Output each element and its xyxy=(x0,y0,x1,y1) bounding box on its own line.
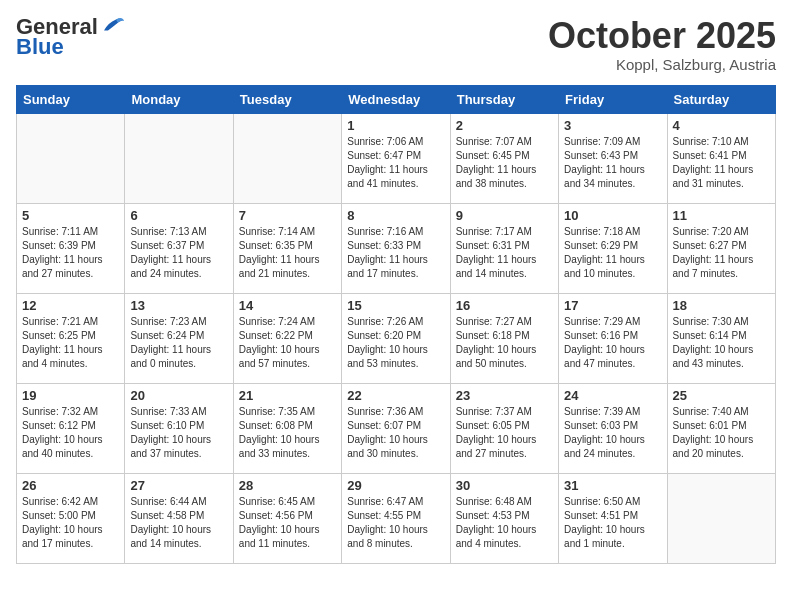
month-title: October 2025 xyxy=(548,16,776,56)
day-info: Sunrise: 7:18 AM Sunset: 6:29 PM Dayligh… xyxy=(564,225,661,281)
day-info: Sunrise: 7:07 AM Sunset: 6:45 PM Dayligh… xyxy=(456,135,553,191)
day-number: 3 xyxy=(564,118,661,133)
calendar-header-row: SundayMondayTuesdayWednesdayThursdayFrid… xyxy=(17,85,776,113)
day-number: 10 xyxy=(564,208,661,223)
day-number: 1 xyxy=(347,118,444,133)
logo-bird-icon xyxy=(100,15,124,35)
column-header-monday: Monday xyxy=(125,85,233,113)
day-number: 27 xyxy=(130,478,227,493)
calendar-cell: 14Sunrise: 7:24 AM Sunset: 6:22 PM Dayli… xyxy=(233,293,341,383)
day-number: 2 xyxy=(456,118,553,133)
location-text: Koppl, Salzburg, Austria xyxy=(548,56,776,73)
day-info: Sunrise: 7:37 AM Sunset: 6:05 PM Dayligh… xyxy=(456,405,553,461)
calendar-cell: 11Sunrise: 7:20 AM Sunset: 6:27 PM Dayli… xyxy=(667,203,775,293)
calendar-cell: 8Sunrise: 7:16 AM Sunset: 6:33 PM Daylig… xyxy=(342,203,450,293)
day-info: Sunrise: 7:27 AM Sunset: 6:18 PM Dayligh… xyxy=(456,315,553,371)
day-info: Sunrise: 7:20 AM Sunset: 6:27 PM Dayligh… xyxy=(673,225,770,281)
day-info: Sunrise: 7:29 AM Sunset: 6:16 PM Dayligh… xyxy=(564,315,661,371)
day-info: Sunrise: 7:10 AM Sunset: 6:41 PM Dayligh… xyxy=(673,135,770,191)
logo-blue-text: Blue xyxy=(16,34,64,60)
day-number: 6 xyxy=(130,208,227,223)
column-header-thursday: Thursday xyxy=(450,85,558,113)
calendar-cell: 21Sunrise: 7:35 AM Sunset: 6:08 PM Dayli… xyxy=(233,383,341,473)
day-info: Sunrise: 6:45 AM Sunset: 4:56 PM Dayligh… xyxy=(239,495,336,551)
day-number: 19 xyxy=(22,388,119,403)
day-number: 20 xyxy=(130,388,227,403)
day-number: 24 xyxy=(564,388,661,403)
day-number: 23 xyxy=(456,388,553,403)
day-number: 29 xyxy=(347,478,444,493)
calendar-cell: 30Sunrise: 6:48 AM Sunset: 4:53 PM Dayli… xyxy=(450,473,558,563)
calendar-cell: 4Sunrise: 7:10 AM Sunset: 6:41 PM Daylig… xyxy=(667,113,775,203)
day-number: 7 xyxy=(239,208,336,223)
day-number: 4 xyxy=(673,118,770,133)
calendar-cell: 28Sunrise: 6:45 AM Sunset: 4:56 PM Dayli… xyxy=(233,473,341,563)
day-number: 31 xyxy=(564,478,661,493)
day-info: Sunrise: 7:32 AM Sunset: 6:12 PM Dayligh… xyxy=(22,405,119,461)
column-header-tuesday: Tuesday xyxy=(233,85,341,113)
day-info: Sunrise: 7:36 AM Sunset: 6:07 PM Dayligh… xyxy=(347,405,444,461)
column-header-friday: Friday xyxy=(559,85,667,113)
day-info: Sunrise: 7:11 AM Sunset: 6:39 PM Dayligh… xyxy=(22,225,119,281)
day-info: Sunrise: 7:24 AM Sunset: 6:22 PM Dayligh… xyxy=(239,315,336,371)
day-number: 30 xyxy=(456,478,553,493)
day-number: 11 xyxy=(673,208,770,223)
calendar-cell: 3Sunrise: 7:09 AM Sunset: 6:43 PM Daylig… xyxy=(559,113,667,203)
day-number: 15 xyxy=(347,298,444,313)
day-info: Sunrise: 7:26 AM Sunset: 6:20 PM Dayligh… xyxy=(347,315,444,371)
day-info: Sunrise: 7:14 AM Sunset: 6:35 PM Dayligh… xyxy=(239,225,336,281)
column-header-saturday: Saturday xyxy=(667,85,775,113)
column-header-wednesday: Wednesday xyxy=(342,85,450,113)
calendar-cell: 10Sunrise: 7:18 AM Sunset: 6:29 PM Dayli… xyxy=(559,203,667,293)
calendar-cell: 6Sunrise: 7:13 AM Sunset: 6:37 PM Daylig… xyxy=(125,203,233,293)
day-info: Sunrise: 7:09 AM Sunset: 6:43 PM Dayligh… xyxy=(564,135,661,191)
day-number: 13 xyxy=(130,298,227,313)
week-row-1: 1Sunrise: 7:06 AM Sunset: 6:47 PM Daylig… xyxy=(17,113,776,203)
title-block: October 2025 Koppl, Salzburg, Austria xyxy=(548,16,776,73)
day-number: 16 xyxy=(456,298,553,313)
logo: General Blue xyxy=(16,16,124,60)
day-info: Sunrise: 7:30 AM Sunset: 6:14 PM Dayligh… xyxy=(673,315,770,371)
calendar-table: SundayMondayTuesdayWednesdayThursdayFrid… xyxy=(16,85,776,564)
calendar-cell: 2Sunrise: 7:07 AM Sunset: 6:45 PM Daylig… xyxy=(450,113,558,203)
day-number: 22 xyxy=(347,388,444,403)
day-number: 28 xyxy=(239,478,336,493)
calendar-cell: 13Sunrise: 7:23 AM Sunset: 6:24 PM Dayli… xyxy=(125,293,233,383)
calendar-cell: 20Sunrise: 7:33 AM Sunset: 6:10 PM Dayli… xyxy=(125,383,233,473)
day-number: 21 xyxy=(239,388,336,403)
calendar-cell: 25Sunrise: 7:40 AM Sunset: 6:01 PM Dayli… xyxy=(667,383,775,473)
day-info: Sunrise: 6:48 AM Sunset: 4:53 PM Dayligh… xyxy=(456,495,553,551)
day-number: 9 xyxy=(456,208,553,223)
day-info: Sunrise: 6:44 AM Sunset: 4:58 PM Dayligh… xyxy=(130,495,227,551)
calendar-cell: 23Sunrise: 7:37 AM Sunset: 6:05 PM Dayli… xyxy=(450,383,558,473)
day-info: Sunrise: 7:40 AM Sunset: 6:01 PM Dayligh… xyxy=(673,405,770,461)
calendar-cell: 17Sunrise: 7:29 AM Sunset: 6:16 PM Dayli… xyxy=(559,293,667,383)
day-info: Sunrise: 7:35 AM Sunset: 6:08 PM Dayligh… xyxy=(239,405,336,461)
day-number: 8 xyxy=(347,208,444,223)
calendar-cell xyxy=(17,113,125,203)
day-number: 18 xyxy=(673,298,770,313)
calendar-cell: 24Sunrise: 7:39 AM Sunset: 6:03 PM Dayli… xyxy=(559,383,667,473)
day-number: 26 xyxy=(22,478,119,493)
day-number: 12 xyxy=(22,298,119,313)
day-number: 25 xyxy=(673,388,770,403)
calendar-cell: 22Sunrise: 7:36 AM Sunset: 6:07 PM Dayli… xyxy=(342,383,450,473)
week-row-4: 19Sunrise: 7:32 AM Sunset: 6:12 PM Dayli… xyxy=(17,383,776,473)
calendar-cell: 31Sunrise: 6:50 AM Sunset: 4:51 PM Dayli… xyxy=(559,473,667,563)
calendar-cell xyxy=(667,473,775,563)
calendar-cell: 15Sunrise: 7:26 AM Sunset: 6:20 PM Dayli… xyxy=(342,293,450,383)
day-info: Sunrise: 7:23 AM Sunset: 6:24 PM Dayligh… xyxy=(130,315,227,371)
week-row-2: 5Sunrise: 7:11 AM Sunset: 6:39 PM Daylig… xyxy=(17,203,776,293)
day-number: 14 xyxy=(239,298,336,313)
calendar-cell: 27Sunrise: 6:44 AM Sunset: 4:58 PM Dayli… xyxy=(125,473,233,563)
day-info: Sunrise: 7:17 AM Sunset: 6:31 PM Dayligh… xyxy=(456,225,553,281)
calendar-cell: 26Sunrise: 6:42 AM Sunset: 5:00 PM Dayli… xyxy=(17,473,125,563)
day-number: 5 xyxy=(22,208,119,223)
column-header-sunday: Sunday xyxy=(17,85,125,113)
day-info: Sunrise: 7:39 AM Sunset: 6:03 PM Dayligh… xyxy=(564,405,661,461)
day-info: Sunrise: 7:13 AM Sunset: 6:37 PM Dayligh… xyxy=(130,225,227,281)
calendar-cell: 12Sunrise: 7:21 AM Sunset: 6:25 PM Dayli… xyxy=(17,293,125,383)
day-info: Sunrise: 6:50 AM Sunset: 4:51 PM Dayligh… xyxy=(564,495,661,551)
calendar-cell: 29Sunrise: 6:47 AM Sunset: 4:55 PM Dayli… xyxy=(342,473,450,563)
week-row-5: 26Sunrise: 6:42 AM Sunset: 5:00 PM Dayli… xyxy=(17,473,776,563)
